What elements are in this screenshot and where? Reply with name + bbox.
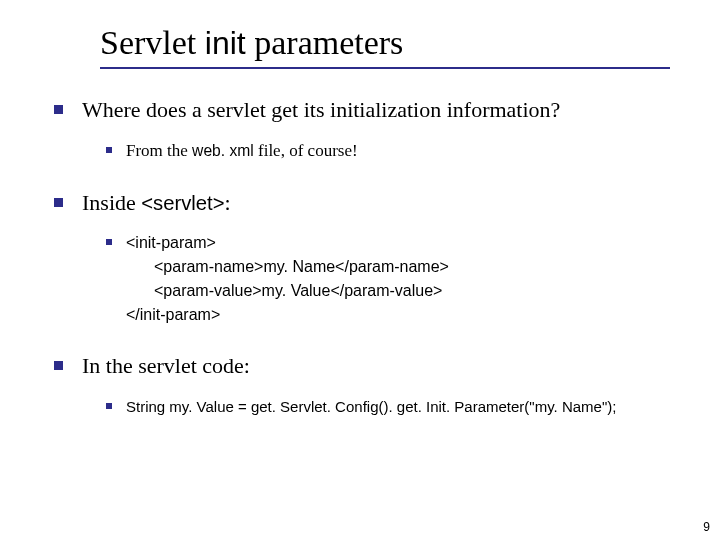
title-mono: init bbox=[205, 25, 246, 61]
bullet-3-sub-1: String my. Value = get. Servlet. Config(… bbox=[82, 395, 680, 420]
bullet-2-sub-1: <init-param> <param-name>my. Name</param… bbox=[82, 231, 680, 327]
bullet-2: Inside <servlet>: <init-param> <param-na… bbox=[40, 188, 680, 328]
bullet-1: Where does a servlet get its initializat… bbox=[40, 95, 680, 163]
code-l2: <param-name>my. Name</param-name> bbox=[126, 255, 680, 279]
bullet-1-text: Where does a servlet get its initializat… bbox=[82, 97, 560, 122]
code-l1: <init-param> bbox=[126, 234, 216, 251]
bullet-3: In the servlet code: String my. Value = … bbox=[40, 351, 680, 419]
bullet-1-sub-1: From the web. xml file, of course! bbox=[82, 139, 680, 164]
title-underline bbox=[100, 67, 670, 69]
slide-title: Servlet init parameters bbox=[100, 24, 403, 61]
bullet-2-mono: <servlet> bbox=[141, 192, 224, 214]
title-part1: Servlet bbox=[100, 24, 205, 61]
bullet-3-text: In the servlet code: bbox=[82, 353, 250, 378]
title-wrap: Servlet init parameters bbox=[100, 24, 680, 61]
code-l4: </init-param> bbox=[126, 306, 220, 323]
bullet-2-pre: Inside bbox=[82, 190, 141, 215]
b1s1-post: file, of course! bbox=[254, 141, 358, 160]
bullet-2-sub: <init-param> <param-name>my. Name</param… bbox=[82, 231, 680, 327]
code-block: <init-param> <param-name>my. Name</param… bbox=[126, 231, 680, 327]
bullet-2-post: : bbox=[225, 190, 231, 215]
page-number: 9 bbox=[703, 520, 710, 534]
bullet-3-sub: String my. Value = get. Servlet. Config(… bbox=[82, 395, 680, 420]
b1s1-pre: From the bbox=[126, 141, 192, 160]
b3s1-code: String my. Value = get. Servlet. Config(… bbox=[126, 398, 616, 415]
title-part2: parameters bbox=[246, 24, 404, 61]
bullet-list: Where does a servlet get its initializat… bbox=[40, 95, 680, 419]
bullet-1-sub: From the web. xml file, of course! bbox=[82, 139, 680, 164]
b1s1-mono: web. xml bbox=[192, 142, 254, 159]
slide: Servlet init parameters Where does a ser… bbox=[0, 0, 720, 540]
code-l3: <param-value>my. Value</param-value> bbox=[126, 279, 680, 303]
